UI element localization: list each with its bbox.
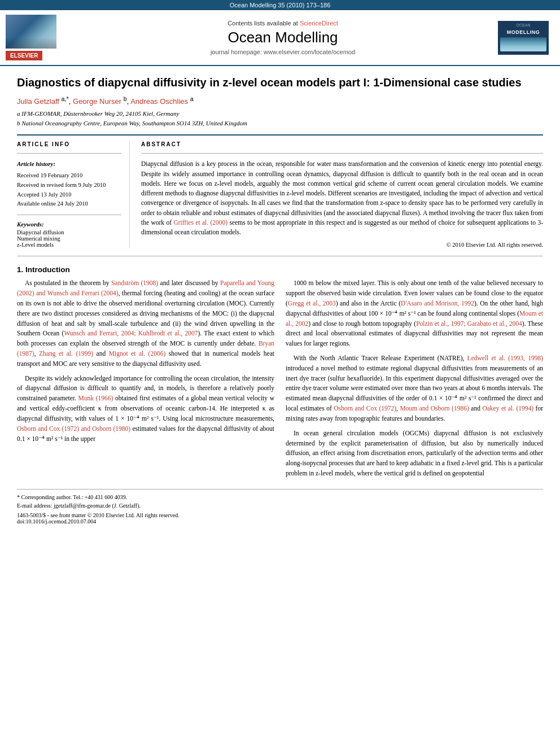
- osborn-cox-2-ref[interactable]: Osborn and Cox (1972): [334, 405, 396, 412]
- article-info-column: ARTICLE INFO Article history: Received 1…: [17, 141, 130, 248]
- elsevier-logo-area: ELSEVIER: [6, 15, 68, 60]
- elsevier-brand: ELSEVIER: [6, 51, 42, 60]
- footnote-star: * Corresponding author. Tel.: +40 431 60…: [17, 493, 543, 501]
- footnote-area: * Corresponding author. Tel.: +40 431 60…: [17, 489, 543, 510]
- ledwell-ref[interactable]: Ledwell et al. (1993, 1998): [467, 355, 543, 361]
- volume-text: Ocean Modelling 35 (2010) 173–186: [230, 2, 331, 8]
- copyright: © 2010 Elsevier Ltd. All rights reserved…: [141, 242, 543, 248]
- article-title: Diagnostics of diapycnal diffusivity in …: [17, 75, 543, 90]
- article-info-header: ARTICLE INFO: [17, 141, 121, 147]
- intro-body-columns: As postulated in the theorem by Sandströ…: [17, 278, 543, 483]
- oakey-ref[interactable]: Oakey et al. (1994): [482, 405, 533, 412]
- intro-col-1: As postulated in the theorem by Sandströ…: [17, 278, 274, 483]
- intro-para-4: With the North Atlantic Tracer Release E…: [286, 353, 543, 424]
- abstract-column: ABSTRACT Diapycnal diffusion is a key pr…: [141, 141, 543, 248]
- ocean-modelling-logo-area: OCEAN MODELLING: [498, 21, 554, 55]
- abstract-text: Diapycnal diffusion is a key process in …: [141, 159, 543, 237]
- polzin-ref[interactable]: Polzin et al., 1997; Garabato et al., 20…: [416, 320, 522, 327]
- accepted-date: Accepted 13 July 2010: [17, 190, 121, 200]
- section-num: 1.: [17, 265, 23, 274]
- moum-osborn-ref[interactable]: Moum and Osborn (1986): [400, 405, 469, 412]
- section-divider: [17, 256, 543, 256]
- header-divider: [17, 134, 543, 136]
- author-nurser[interactable]: George Nurser: [73, 97, 121, 106]
- zhang-ref[interactable]: Zhang et al. (1999): [39, 350, 93, 357]
- intro-para-1: As postulated in the theorem by Sandströ…: [17, 278, 274, 369]
- munk-ref[interactable]: Munk (1966): [78, 395, 113, 401]
- journal-title-area: Contents lists available at ScienceDirec…: [73, 20, 492, 55]
- affiliation-b: b National Oceanography Centre, European…: [17, 119, 543, 128]
- article-history: Article history: Received 19 February 20…: [17, 159, 121, 209]
- intro-col-2: 1000 m below the mixed layer. This is on…: [286, 278, 543, 483]
- contents-label: Contents lists available at: [228, 20, 298, 27]
- intro-para-2: Despite its widely acknowledged importan…: [17, 374, 274, 444]
- abstract-header: ABSTRACT: [141, 141, 543, 147]
- keywords-divider: [17, 215, 121, 215]
- footnote-email: E-mail address: jgetzlaff@ifm-geomar.de …: [17, 501, 543, 510]
- journal-volume-info: Ocean Modelling 35 (2010) 173–186: [0, 0, 560, 10]
- journal-title: Ocean Modelling: [73, 29, 492, 46]
- mignot-ref[interactable]: Mignot et al. (2006): [109, 350, 166, 357]
- abstract-divider: [141, 153, 543, 154]
- journal-header: ELSEVIER Contents lists available at Sci…: [0, 10, 560, 66]
- keyword-3: z-Level models: [17, 242, 121, 248]
- keywords-section: Keywords: Diapycnal diffusion Numerical …: [17, 221, 121, 248]
- sciencedirect-link[interactable]: ScienceDirect: [300, 20, 338, 27]
- keywords-title: Keywords:: [17, 221, 121, 228]
- author-getzlaff[interactable]: Julia Getzlaff: [17, 97, 59, 106]
- authors-line: Julia Getzlaff a,*, George Nurser b, And…: [17, 95, 543, 106]
- section-title: 1. Introduction: [17, 265, 543, 274]
- journal-homepage: journal homepage: www.elsevier.com/locat…: [73, 49, 492, 55]
- available-date: Available online 24 July 2010: [17, 199, 121, 209]
- info-abstract-section: ARTICLE INFO Article history: Received 1…: [17, 141, 543, 248]
- footer-bottom: 1463-5003/$ - see front matter © 2010 El…: [17, 512, 543, 525]
- intro-para-5: In ocean general circulation models (OGC…: [286, 429, 543, 479]
- ocean-modelling-logo: OCEAN MODELLING: [498, 21, 549, 55]
- wunsch-ref[interactable]: Wunsch and Ferrari, 2004; Kuhlbrodt et a…: [64, 330, 198, 337]
- keyword-2: Numerical mixing: [17, 235, 121, 242]
- main-content: Diagnostics of diapycnal diffusivity in …: [0, 66, 560, 534]
- keyword-1: Diapycnal diffusion: [17, 229, 121, 235]
- author-oschlies[interactable]: Andreas Oschlies: [130, 97, 188, 106]
- issn-line: 1463-5003/$ - see front matter © 2010 El…: [17, 512, 543, 518]
- osborn-cox-ref[interactable]: Osborn and Cox (1972) and Osborn (1980): [17, 425, 130, 432]
- journal-cover-image: [6, 15, 56, 49]
- received-revised-date: Received in revised form 9 July 2010: [17, 181, 121, 190]
- gregg-ref[interactable]: Gregg et al., 2003: [288, 300, 336, 307]
- intro-para-3: 1000 m below the mixed layer. This is on…: [286, 278, 543, 349]
- introduction-section: 1. Introduction As postulated in the the…: [17, 265, 543, 483]
- dasaro-ref[interactable]: D'Asaro and Morison, 1992: [401, 300, 474, 307]
- history-title: Article history:: [17, 159, 121, 169]
- sandstrom-ref[interactable]: Sandström (1908): [111, 279, 158, 286]
- affiliation-a: a IFM-GEOMAR, Düsternbrooker Weg 20, 241…: [17, 109, 543, 119]
- info-divider: [17, 153, 121, 154]
- received-date: Received 19 February 2010: [17, 171, 121, 181]
- affiliations: a IFM-GEOMAR, Düsternbrooker Weg 20, 241…: [17, 109, 543, 128]
- doi-line: doi:10.1016/j.ocemod.2010.07.004: [17, 518, 543, 525]
- griffies-ref-link[interactable]: Griffies et al. (2000): [173, 219, 228, 226]
- section-name: Introduction: [25, 265, 70, 274]
